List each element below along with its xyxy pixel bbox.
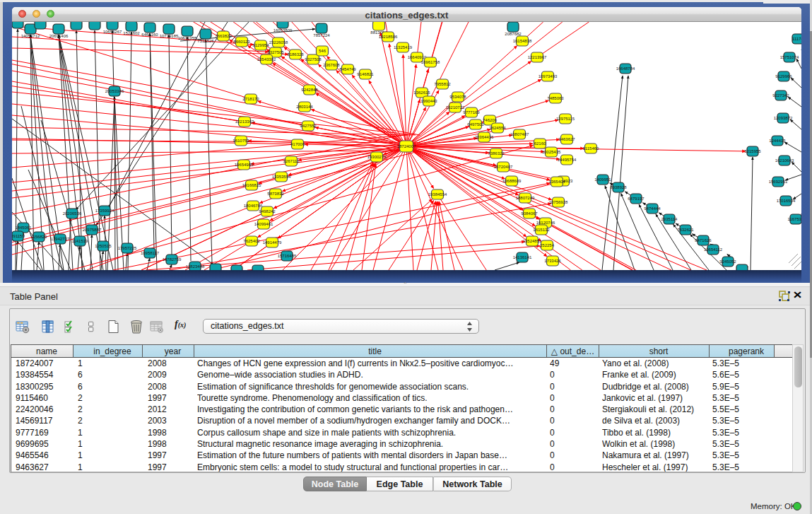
svg-text:15716485: 15716485 xyxy=(278,254,297,258)
svg-text:8471626: 8471626 xyxy=(695,238,712,243)
svg-text:20364436: 20364436 xyxy=(475,135,494,139)
svg-text:16120746: 16120746 xyxy=(536,221,555,225)
svg-text:1845061: 1845061 xyxy=(15,226,32,230)
svg-text:9327505: 9327505 xyxy=(267,50,284,54)
svg-text:10688609: 10688609 xyxy=(502,179,522,183)
svg-text:14055712: 14055712 xyxy=(21,34,40,38)
svg-text:10807487: 10807487 xyxy=(510,132,529,136)
svg-text:9534078: 9534078 xyxy=(449,95,466,99)
svg-text:9115460: 9115460 xyxy=(583,146,600,151)
svg-text:11174: 11174 xyxy=(792,37,801,41)
svg-text:8454749: 8454749 xyxy=(339,67,356,71)
svg-text:417006: 417006 xyxy=(290,142,305,146)
svg-text:9242848: 9242848 xyxy=(301,88,318,92)
svg-text:1156829: 1156829 xyxy=(31,235,48,239)
svg-text:16648784: 16648784 xyxy=(616,66,635,71)
svg-text:2803144: 2803144 xyxy=(296,105,313,109)
svg-text:9245052: 9245052 xyxy=(719,259,736,264)
svg-text:3267110: 3267110 xyxy=(283,159,300,163)
svg-text:1610753: 1610753 xyxy=(233,139,249,143)
svg-text:7515526: 7515526 xyxy=(197,39,214,43)
svg-text:6497503: 6497503 xyxy=(467,122,484,127)
svg-text:18724007: 18724007 xyxy=(397,144,416,148)
svg-text:10719185: 10719185 xyxy=(160,34,179,38)
svg-text:9777169: 9777169 xyxy=(463,110,480,115)
svg-text:1365404: 1365404 xyxy=(548,180,565,184)
svg-text:20053346: 20053346 xyxy=(105,89,124,93)
svg-text:1527602: 1527602 xyxy=(123,31,140,35)
svg-text:3624554: 3624554 xyxy=(489,126,506,130)
svg-text:7632621: 7632621 xyxy=(677,228,694,232)
svg-text:17359924: 17359924 xyxy=(95,209,114,213)
svg-text:12213363: 12213363 xyxy=(235,119,254,124)
svg-text:7955812: 7955812 xyxy=(434,82,451,86)
svg-text:1167534: 1167534 xyxy=(788,217,801,221)
svg-text:19384554: 19384554 xyxy=(428,192,447,197)
svg-text:391159: 391159 xyxy=(12,234,25,238)
svg-text:19218506: 19218506 xyxy=(379,35,398,39)
svg-text:1244415: 1244415 xyxy=(769,139,786,143)
svg-text:17016504: 17016504 xyxy=(777,199,796,203)
svg-text:10756928: 10756928 xyxy=(549,200,568,204)
svg-text:10654112: 10654112 xyxy=(704,247,723,252)
svg-text:8938928: 8938928 xyxy=(610,185,627,189)
svg-text:15751074: 15751074 xyxy=(780,55,799,59)
svg-text:13524851: 13524851 xyxy=(523,239,542,243)
svg-text:546: 546 xyxy=(319,49,326,53)
svg-text:62160: 62160 xyxy=(534,141,546,146)
svg-text:20691406: 20691406 xyxy=(49,34,69,38)
svg-text:9327508: 9327508 xyxy=(305,57,322,62)
svg-text:7485063: 7485063 xyxy=(547,96,564,100)
svg-text:15720407: 15720407 xyxy=(494,165,513,169)
svg-text:13942737: 13942737 xyxy=(51,237,70,241)
svg-text:1250515: 1250515 xyxy=(95,244,112,248)
svg-text:1409951: 1409951 xyxy=(594,177,611,182)
svg-text:18807249: 18807249 xyxy=(516,196,535,200)
svg-text:9474444: 9474444 xyxy=(644,206,661,211)
svg-text:11325419: 11325419 xyxy=(394,45,413,49)
svg-text:7625402: 7625402 xyxy=(243,239,260,243)
svg-text:1990443: 1990443 xyxy=(420,99,437,103)
svg-text:8186328: 8186328 xyxy=(287,52,304,57)
svg-text:8660123: 8660123 xyxy=(233,40,250,44)
svg-text:9129954: 9129954 xyxy=(252,43,269,47)
svg-text:10655267: 10655267 xyxy=(103,30,122,34)
svg-text:13353594: 13353594 xyxy=(272,175,291,179)
svg-text:9084067: 9084067 xyxy=(521,211,538,216)
svg-text:10958117: 10958117 xyxy=(141,251,160,255)
svg-text:7857224: 7857224 xyxy=(313,33,330,37)
svg-text:746206: 746206 xyxy=(483,118,498,122)
svg-text:10025435: 10025435 xyxy=(542,150,561,154)
svg-text:12093872: 12093872 xyxy=(774,116,793,120)
svg-text:6479197: 6479197 xyxy=(628,197,645,201)
svg-text:9427552: 9427552 xyxy=(300,124,317,128)
svg-text:10543382: 10543382 xyxy=(257,57,276,62)
svg-text:16053809: 16053809 xyxy=(273,28,293,33)
svg-text:19654985: 19654985 xyxy=(235,163,254,167)
svg-text:1615132: 1615132 xyxy=(533,228,550,232)
svg-text:9227342: 9227342 xyxy=(772,93,789,98)
svg-text:19166825: 19166825 xyxy=(242,183,261,187)
svg-text:7663822: 7663822 xyxy=(215,34,232,38)
svg-text:9146821: 9146821 xyxy=(357,72,374,76)
svg-text:5873832: 5873832 xyxy=(267,192,284,196)
svg-text:1362615: 1362615 xyxy=(413,90,430,95)
svg-text:14136141: 14136141 xyxy=(513,255,532,259)
svg-text:10671355: 10671355 xyxy=(178,36,197,40)
svg-text:6466160: 6466160 xyxy=(141,33,158,37)
svg-text:2367608: 2367608 xyxy=(323,63,340,67)
svg-text:16210722: 16210722 xyxy=(446,105,465,110)
svg-text:2935114: 2935114 xyxy=(661,217,678,221)
svg-text:9498242: 9498242 xyxy=(259,209,276,214)
svg-text:16961758: 16961758 xyxy=(421,60,440,64)
svg-text:14495754: 14495754 xyxy=(558,158,577,162)
svg-text:1733426: 1733426 xyxy=(544,259,561,263)
svg-text:19300273: 19300273 xyxy=(367,155,387,159)
svg-text:252254: 252254 xyxy=(540,243,555,247)
svg-text:14099461: 14099461 xyxy=(254,222,273,226)
svg-text:1141519: 1141519 xyxy=(72,239,89,243)
svg-text:12823448: 12823448 xyxy=(186,264,205,269)
svg-text:23226058: 23226058 xyxy=(269,40,288,45)
svg-text:5215955: 5215955 xyxy=(744,149,761,153)
svg-text:20206536: 20206536 xyxy=(63,211,82,216)
